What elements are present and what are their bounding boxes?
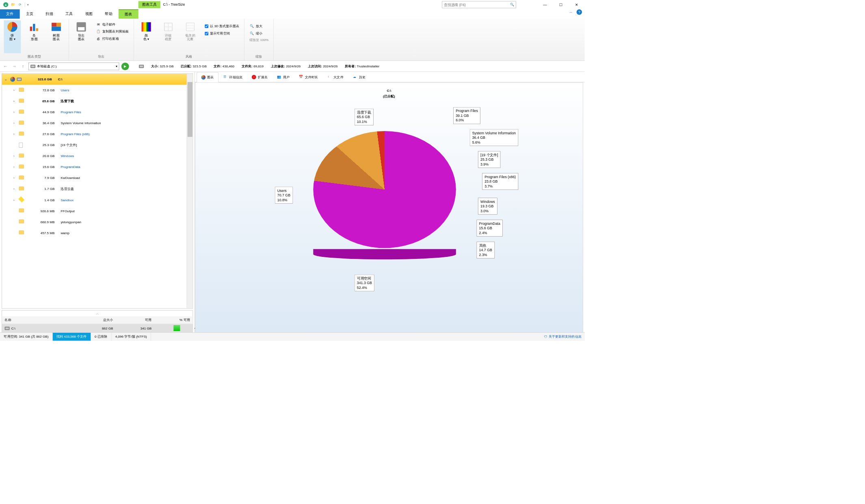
drive-icon — [4, 327, 9, 330]
chart-callout: 迅雷下载65.6 GB10.1% — [355, 109, 374, 125]
zoom-100-button[interactable]: 缩放至 100% — [248, 37, 270, 43]
tab-scan[interactable]: 扫描 — [39, 9, 59, 19]
expand-icon[interactable]: › — [13, 198, 17, 202]
collapse-icon[interactable]: ⌄ — [4, 78, 8, 81]
folder-open-icon[interactable]: 📁 — [11, 2, 15, 7]
tree-row[interactable]: ›20.8 GBWindows — [2, 151, 193, 162]
zoom-in-button[interactable]: 🔍放大 — [248, 23, 270, 29]
chart-callout: ProgramData15.6 GB2.4% — [477, 220, 503, 236]
drives-col-pct[interactable]: % 可用 — [154, 318, 193, 322]
tree-row-size: 44.9 GB — [26, 110, 59, 114]
tab-tools[interactable]: 工具 — [59, 9, 79, 19]
tree-row[interactable]: ›1.7 GB迅雷云盘 — [2, 183, 193, 194]
tab-home[interactable]: 主页 — [20, 9, 40, 19]
show-free-checkbox[interactable]: 显示可用空间 — [204, 30, 240, 37]
zoom-in-icon: 🔍 — [249, 24, 254, 28]
email-button[interactable]: ✉电子邮件 — [95, 22, 130, 28]
expand-icon[interactable]: › — [13, 99, 17, 103]
folder-icon — [19, 99, 25, 103]
expand-icon[interactable]: › — [13, 176, 17, 180]
chart-area: C:\ (已分配) 可用空间341.3 GB52.4%Users70.7 GB1… — [195, 82, 583, 341]
expand-icon[interactable]: › — [13, 88, 17, 92]
close-button[interactable]: ✕ — [569, 0, 585, 9]
drives-expand-handle[interactable]: ︿ — [2, 310, 193, 316]
drives-col-total[interactable]: 总大小 — [78, 318, 116, 322]
tree-row[interactable]: ›72.8 GBUsers — [2, 85, 193, 96]
expand-icon[interactable]: › — [13, 154, 17, 158]
drive-selector[interactable]: 本地磁盘 (C:) ▾ — [28, 62, 119, 70]
nav-back-icon[interactable]: ← — [2, 63, 9, 69]
viewtab-big[interactable]: ↑大文件 — [323, 72, 348, 82]
tree-row[interactable]: ›27.6 GBProgram Files (x86) — [2, 129, 193, 140]
expand-icon[interactable]: › — [13, 187, 17, 191]
tree-row-size: 72.8 GB — [26, 88, 59, 92]
elements-icon — [185, 22, 196, 32]
tree-row[interactable]: ›7.9 GBKwDownload — [2, 172, 193, 183]
tree-row[interactable]: ›15.6 GBProgramData — [2, 162, 193, 172]
search-options-box[interactable]: 🔍 — [442, 1, 516, 9]
chart-callout: Windows19.3 GB3.0% — [478, 198, 497, 214]
maximize-button[interactable]: ☐ — [553, 0, 569, 9]
viewtab-ext[interactable]: 扩展名 — [247, 72, 272, 82]
copy-clipboard-button[interactable]: 📋复制图表到剪贴板 — [95, 28, 130, 34]
tree-row[interactable]: 457.5 MBwamp — [2, 227, 193, 238]
tree-root-row[interactable]: ⌄ 323.6 GB C:\ — [2, 74, 193, 85]
viewtab-chart[interactable]: 图表 — [197, 72, 218, 82]
bar-chart-button[interactable]: 条 形图 — [26, 20, 43, 53]
viewtab-history[interactable]: ☁历史 — [348, 72, 370, 82]
email-icon: ✉ — [96, 22, 101, 27]
search-input[interactable] — [444, 2, 510, 6]
refresh-icon[interactable]: ⟳ — [17, 2, 22, 7]
viewtab-detail[interactable]: ☰详细信息 — [218, 72, 247, 82]
tab-chart[interactable]: 图表 — [119, 9, 138, 19]
tree-row[interactable]: 25.3 GB[19 个文件] — [2, 140, 193, 151]
window-title: C:\ - TreeSize — [163, 2, 185, 6]
expand-icon[interactable]: › — [13, 132, 17, 136]
nav-up-icon[interactable]: ↑ — [20, 63, 26, 69]
tree-row[interactable]: ›1.4 GBSandbox — [2, 194, 193, 205]
tree-row[interactable]: 660.9 MByidongyunpan — [2, 216, 193, 227]
scan-go-button[interactable]: ▶ — [121, 62, 129, 70]
scroll-thumb[interactable] — [188, 82, 192, 137]
pie-chart-button[interactable]: 饼 图 ▾ — [4, 20, 21, 53]
tree-row[interactable]: ›36.4 GBSystem Volume Information — [2, 118, 193, 129]
search-icon[interactable]: 🔍 — [510, 3, 514, 6]
chart-callout: Users70.7 GB10.8% — [275, 187, 293, 203]
tab-view[interactable]: 视图 — [79, 9, 99, 19]
expand-icon[interactable]: › — [13, 121, 17, 125]
drive-row[interactable]: C:\862 GB341 GB40 % — [2, 324, 193, 333]
collapse-ribbon-icon[interactable]: ︿ — [569, 10, 573, 14]
zoom-out-button[interactable]: 🔍缩小 — [248, 30, 270, 36]
treemap-button[interactable]: 树图 图表 — [48, 20, 65, 53]
nav-forward-icon[interactable]: → — [11, 63, 17, 69]
tree-row-size: 926.6 MB — [26, 209, 59, 213]
show-3d-checkbox[interactable]: 以 3D 形式显示图表 — [204, 23, 240, 30]
tree-row[interactable]: ›44.9 GBProgram Files — [2, 107, 193, 118]
tab-help[interactable]: 帮助 — [99, 9, 119, 19]
detail-level-button[interactable]: 详细 程度 — [160, 20, 177, 53]
folder-icon — [19, 230, 25, 235]
viewtab-user[interactable]: 👥用户 — [272, 72, 294, 82]
print-button[interactable]: 🖨打印右窗格 — [95, 36, 130, 42]
qat-dropdown-icon[interactable]: ▾ — [27, 3, 28, 6]
contained-elements-button[interactable]: 包含的 元素 — [182, 20, 199, 53]
color-button[interactable]: 颜 色 ▾ — [138, 20, 155, 53]
expand-icon[interactable]: › — [13, 165, 17, 169]
detail-icon — [163, 22, 174, 32]
status-update-link[interactable]: 🛡关于更新和支持的信息 — [544, 334, 585, 339]
tab-file[interactable]: 文件 — [0, 9, 20, 19]
tree-row[interactable]: ›65.6 GB迅雷下载 — [2, 96, 193, 107]
expand-icon[interactable]: › — [13, 110, 17, 114]
help-icon[interactable]: ? — [577, 9, 582, 15]
export-chart-button[interactable]: 导出 图表 — [73, 20, 90, 53]
pie-chart[interactable] — [313, 118, 456, 261]
tree-row-name: yidongyunpan — [61, 220, 81, 224]
tree-row-size: 7.9 GB — [26, 176, 59, 180]
viewtab-age[interactable]: 📅文件时长 — [294, 72, 323, 82]
tree-row[interactable]: 926.6 MBFFOutput — [2, 205, 193, 216]
tree-scrollbar[interactable] — [187, 74, 193, 308]
drives-col-free[interactable]: 可用 — [116, 318, 154, 322]
minimize-button[interactable]: — — [537, 0, 553, 9]
drives-col-name[interactable]: 名称 — [2, 318, 78, 322]
zoom-out-icon: 🔍 — [249, 31, 254, 36]
